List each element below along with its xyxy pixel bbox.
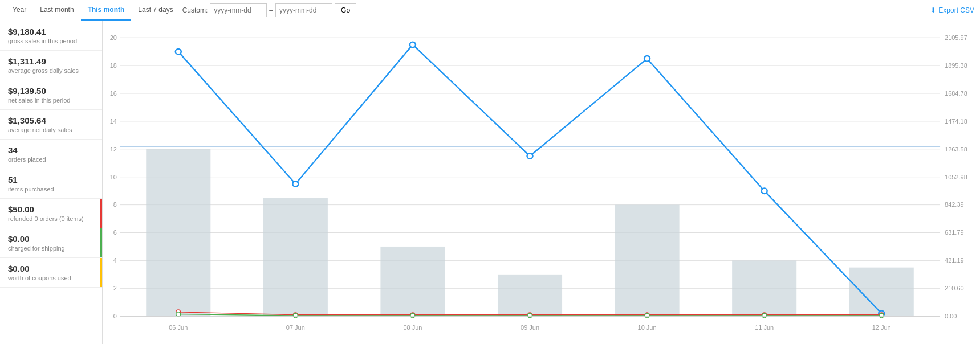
stat-item-5: 51items purchased [0,169,102,199]
svg-rect-36 [498,275,562,316]
stat-item-4: 34orders placed [0,140,102,169]
svg-point-60 [762,313,767,318]
svg-point-57 [410,313,415,318]
stat-value-6: $50.00 [8,204,94,214]
svg-text:1474.18: 1474.18 [945,118,967,125]
stat-label-6: refunded 0 orders (0 items) [8,215,94,222]
main-content: $9,180.41gross sales in this period$1,31… [0,21,980,344]
export-csv-button[interactable]: ⬇ Export CSV [930,6,974,14]
stat-value-4: 34 [8,145,94,155]
stat-color-bar-8 [100,258,102,287]
svg-text:07 Jun: 07 Jun [286,324,305,331]
stat-color-bar-6 [100,199,102,228]
svg-text:0: 0 [113,313,117,320]
svg-rect-34 [263,198,328,316]
stat-label-1: average gross daily sales [8,67,94,74]
stat-item-8: $0.00worth of coupons used [0,258,102,288]
chart-area: 00.002210.604421.196631.798842.39101052.… [103,21,980,344]
stat-value-8: $0.00 [8,264,94,273]
svg-text:12 Jun: 12 Jun [872,324,891,331]
svg-text:1263.58: 1263.58 [945,146,967,153]
tab-last-month[interactable]: Last month [33,0,80,21]
tab-year[interactable]: Year [6,0,33,21]
svg-text:09 Jun: 09 Jun [521,324,539,331]
svg-point-46 [762,188,767,194]
stat-label-7: charged for shipping [8,245,94,252]
stat-item-6: $50.00refunded 0 orders (0 items) [0,199,102,228]
stat-value-1: $1,311.49 [8,56,94,66]
svg-text:8: 8 [113,202,117,208]
svg-rect-33 [146,149,210,316]
svg-point-56 [293,313,298,318]
svg-text:1052.98: 1052.98 [945,174,967,181]
date-dash: – [269,6,273,14]
svg-rect-37 [615,205,680,317]
svg-point-43 [410,42,416,48]
stat-item-3: $1,305.64average net daily sales [0,110,102,140]
stat-label-3: average net daily sales [8,126,94,133]
svg-point-42 [292,181,298,187]
go-button[interactable]: Go [335,3,356,17]
download-icon: ⬇ [930,6,936,14]
svg-text:1895.38: 1895.38 [945,62,967,69]
svg-text:18: 18 [110,62,117,69]
svg-point-59 [645,313,649,318]
main-chart: 00.002210.604421.196631.798842.39101052.… [103,27,980,333]
svg-text:1684.78: 1684.78 [945,90,967,97]
svg-point-55 [176,312,181,317]
tab-last-7-days[interactable]: Last 7 days [131,0,180,21]
svg-text:0.00: 0.00 [945,313,957,320]
export-label: Export CSV [938,6,974,14]
tab-this-month[interactable]: This month [81,0,132,21]
svg-text:12: 12 [110,146,117,153]
svg-point-44 [527,153,533,159]
stat-value-2: $9,139.50 [8,86,94,96]
stat-label-2: net sales in this period [8,97,94,104]
top-bar: Year Last month This month Last 7 days C… [0,0,980,21]
stat-item-1: $1,311.49average gross daily sales [0,51,102,80]
svg-text:10 Jun: 10 Jun [638,324,657,331]
stat-item-2: $9,139.50net sales in this period [0,80,102,110]
stat-color-bar-7 [100,228,102,257]
custom-label: Custom: [182,6,208,14]
svg-text:6: 6 [113,230,117,236]
svg-rect-39 [849,268,914,317]
svg-text:10: 10 [110,174,117,181]
svg-text:2105.97: 2105.97 [945,34,967,41]
svg-text:14: 14 [110,118,117,125]
svg-text:2: 2 [113,285,117,292]
svg-point-61 [879,313,884,318]
svg-point-45 [644,56,650,62]
svg-text:421.19: 421.19 [945,257,964,264]
stat-value-5: 51 [8,175,94,185]
svg-rect-38 [732,260,796,316]
svg-text:631.79: 631.79 [945,230,964,236]
custom-to-input[interactable] [275,3,332,17]
svg-text:06 Jun: 06 Jun [169,324,188,331]
svg-text:08 Jun: 08 Jun [403,324,422,331]
stat-label-0: gross sales in this period [8,38,94,44]
svg-text:210.60: 210.60 [945,285,964,292]
stat-value-3: $1,305.64 [8,116,94,125]
svg-text:842.39: 842.39 [945,202,964,208]
svg-text:16: 16 [110,90,117,97]
svg-text:20: 20 [110,34,117,41]
svg-rect-35 [380,247,445,316]
stat-value-7: $0.00 [8,234,94,244]
stat-item-7: $0.00charged for shipping [0,228,102,258]
svg-point-58 [528,313,532,318]
stat-item-0: $9,180.41gross sales in this period [0,21,102,51]
stat-label-4: orders placed [8,156,94,163]
sidebar: $9,180.41gross sales in this period$1,31… [0,21,103,344]
custom-from-input[interactable] [210,3,267,17]
stat-value-0: $9,180.41 [8,27,94,36]
chart-container: 00.002210.604421.196631.798842.39101052.… [103,27,980,333]
svg-text:4: 4 [113,257,117,264]
svg-point-41 [176,49,181,55]
stat-label-8: worth of coupons used [8,275,94,281]
stat-label-5: items purchased [8,186,94,193]
svg-text:11 Jun: 11 Jun [755,324,774,331]
